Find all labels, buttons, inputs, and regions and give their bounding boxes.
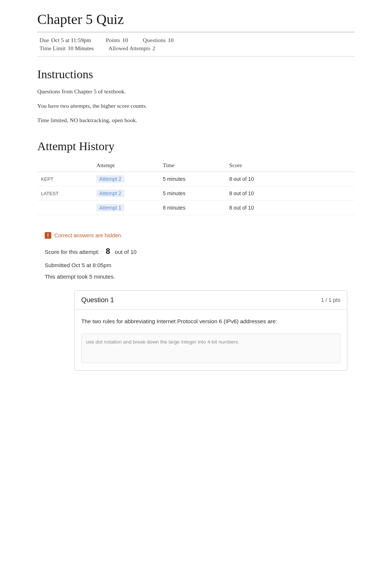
- attempt-link-cell-1[interactable]: Attempt 2: [93, 186, 159, 201]
- question-pts-1: 1 / 1 pts: [321, 297, 340, 303]
- col-header-score: Score: [226, 159, 355, 172]
- attempt-history-section: Attempt History Attempt Time Score KEPT …: [37, 139, 355, 215]
- score-label: Score for this attempt:: [45, 249, 100, 255]
- attempt-score-1: 8 out of 10: [226, 186, 355, 201]
- attempt-link-1[interactable]: Attempt 2: [96, 190, 124, 197]
- attempt-row-label-2: [37, 201, 93, 215]
- due-label: Due: [39, 37, 49, 44]
- attempt-time-2: 8 minutes: [159, 201, 226, 215]
- col-header-time: Time: [159, 159, 226, 172]
- questions-value: 10: [168, 37, 174, 44]
- attempt-link-2[interactable]: Attempt 1: [96, 204, 124, 211]
- allowed-attempts-label: Allowed Attempts: [109, 45, 150, 52]
- submitted-info: Submitted Oct 5 at 8:05pm: [45, 261, 347, 270]
- attempt-score-0: 8 out of 10: [226, 172, 355, 186]
- attempt-link-cell-2[interactable]: Attempt 1: [93, 201, 159, 215]
- attempt-row-label-0: KEPT: [37, 172, 93, 186]
- question-title-1: Question 1: [81, 296, 114, 304]
- attempt-time-1: 5 minutes: [159, 186, 226, 201]
- questions-label: Questions: [143, 37, 166, 44]
- instruction-line-1: Questions from Chapter 5 of textbook.: [37, 87, 355, 96]
- points-label: Points: [106, 37, 120, 44]
- question-card-1: Question 1 1 / 1 pts The two rules for a…: [74, 290, 347, 370]
- correct-answers-notice: ! Correct answers are hidden.: [45, 232, 347, 239]
- duration-info: This attempt took 5 minutes.: [45, 272, 347, 282]
- instructions-title: Instructions: [37, 68, 355, 81]
- quiz-title: Chapter 5 Quiz: [37, 11, 355, 27]
- time-limit-label: Time Limit: [39, 45, 66, 52]
- due-value: Oct 5 at 11:59pm: [51, 37, 91, 44]
- question-text-1: The two rules for abbreviating Internet …: [81, 317, 340, 326]
- instructions-section: Instructions Questions from Chapter 5 of…: [37, 68, 355, 125]
- allowed-attempts-value: 2: [152, 45, 155, 52]
- instruction-line-3: Time limited, NO backtracking, open book…: [37, 116, 355, 125]
- score-out-of: out of 10: [115, 249, 137, 255]
- results-section: ! Correct answers are hidden. Score for …: [37, 226, 355, 378]
- attempt-link-cell-0[interactable]: Attempt 2: [93, 172, 159, 186]
- attempt-time-0: 5 minutes: [159, 172, 226, 186]
- attempt-history-title: Attempt History: [37, 139, 355, 153]
- notice-icon: !: [45, 232, 51, 239]
- table-row: LATEST Attempt 2 5 minutes 8 out of 10: [37, 186, 355, 201]
- table-row: Attempt 1 8 minutes 8 out of 10: [37, 201, 355, 215]
- question-body-1: The two rules for abbreviating Internet …: [75, 310, 347, 370]
- points-value: 10: [122, 37, 128, 44]
- time-limit-value: 10 Minutes: [68, 45, 94, 52]
- question-header-1: Question 1 1 / 1 pts: [75, 291, 347, 310]
- notice-text: Correct answers are hidden.: [54, 232, 123, 238]
- col-header-label: [37, 159, 93, 172]
- attempt-score-2: 8 out of 10: [226, 201, 355, 215]
- attempt-row-label-1: LATEST: [37, 186, 93, 201]
- score-number: 8: [106, 247, 110, 256]
- meta-bar: Due Oct 5 at 11:59pm Points 10 Questions…: [37, 32, 355, 56]
- answer-area-1: use dot notation and break down the larg…: [81, 334, 340, 363]
- score-info: Score for this attempt: 8 out of 10: [45, 245, 347, 258]
- col-header-attempt: Attempt: [93, 159, 159, 172]
- table-row: KEPT Attempt 2 5 minutes 8 out of 10: [37, 172, 355, 186]
- attempt-history-table: Attempt Time Score KEPT Attempt 2 5 minu…: [37, 159, 355, 215]
- attempt-link-0[interactable]: Attempt 2: [96, 175, 124, 183]
- instruction-line-2: You have two attempts, the higher score …: [37, 101, 355, 111]
